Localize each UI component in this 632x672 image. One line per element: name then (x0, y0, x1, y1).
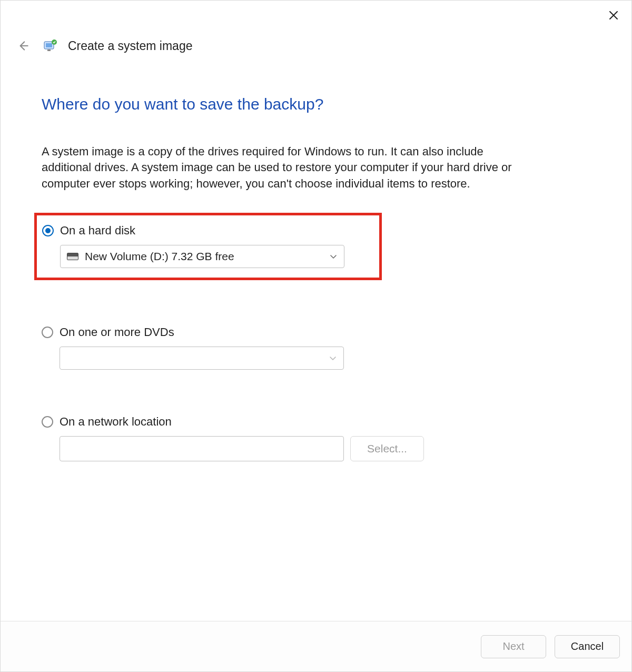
option-hard-disk-label: On a hard disk (60, 224, 135, 238)
next-button[interactable]: Next (481, 635, 546, 658)
arrow-left-icon (16, 39, 30, 53)
wizard-title: Create a system image (68, 39, 192, 53)
option-hard-disk-group: On a hard disk New Volume (D:) 7.32 GB f… (42, 213, 590, 280)
option-hard-disk-row[interactable]: On a hard disk (42, 221, 372, 245)
close-button[interactable] (603, 5, 624, 26)
chevron-down-icon (329, 354, 337, 362)
hard-disk-dropdown[interactable]: New Volume (D:) 7.32 GB free (60, 245, 344, 268)
hard-disk-icon (67, 253, 78, 260)
hard-disk-dropdown-value: New Volume (D:) 7.32 GB free (85, 250, 234, 263)
chevron-down-icon (329, 252, 338, 261)
wizard-window: Create a system image Where do you want … (0, 0, 632, 672)
radio-hard-disk[interactable] (42, 225, 54, 236)
footer: Next Cancel (1, 621, 631, 671)
option-network-row[interactable]: On a network location (42, 412, 590, 436)
svg-rect-1 (46, 43, 52, 47)
close-icon (608, 10, 619, 21)
page-description: A system image is a copy of the drives r… (42, 144, 516, 192)
option-dvds-label: On one or more DVDs (60, 325, 174, 339)
select-network-button[interactable]: Select... (350, 436, 424, 461)
dvds-dropdown[interactable] (60, 347, 344, 370)
option-network-group: On a network location Select... (42, 412, 590, 461)
page-heading: Where do you want to save the backup? (42, 95, 590, 113)
titlebar (1, 1, 631, 32)
option-network-label: On a network location (60, 415, 172, 429)
content-area: Where do you want to save the backup? A … (1, 57, 631, 621)
highlight-box: On a hard disk New Volume (D:) 7.32 GB f… (34, 213, 382, 280)
network-path-input[interactable] (60, 436, 344, 461)
option-dvds-row[interactable]: On one or more DVDs (42, 322, 590, 347)
svg-rect-2 (47, 50, 51, 51)
radio-network[interactable] (42, 416, 53, 428)
cancel-button[interactable]: Cancel (555, 635, 620, 658)
header-row: Create a system image (1, 32, 631, 57)
back-button[interactable] (14, 37, 32, 55)
option-dvds-group: On one or more DVDs (42, 322, 590, 370)
radio-dvds[interactable] (42, 327, 53, 338)
system-image-icon (43, 38, 57, 53)
